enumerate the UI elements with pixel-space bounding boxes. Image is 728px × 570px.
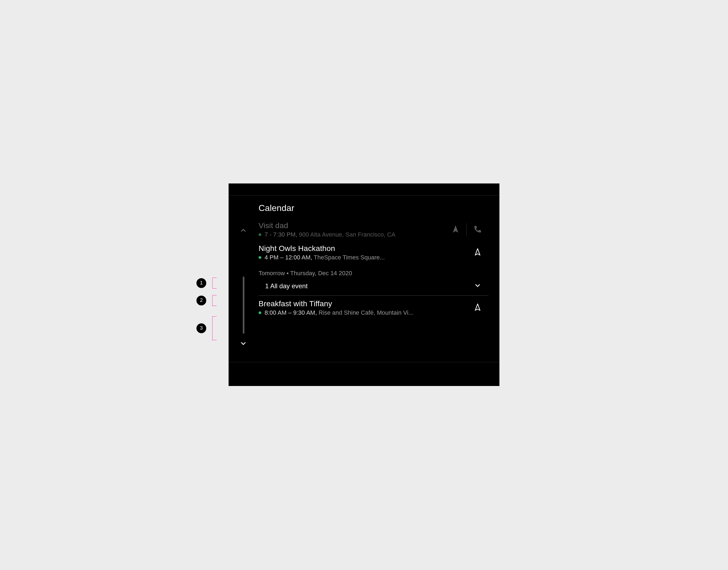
event-subtitle: 7 - 7:30 PM, 900 Alta Avenue, San Franci… <box>258 231 444 238</box>
calendar-color-dot <box>258 256 261 259</box>
event-time: 8:00 AM – 9:30 AM, <box>264 309 317 316</box>
event-actions <box>444 223 489 237</box>
scroll-column <box>229 196 258 362</box>
event-title: Night Owls Hackathon <box>258 244 467 253</box>
event-info: Visit dad 7 - 7:30 PM, 900 Alta Avenue, … <box>258 221 444 238</box>
event-time: 4 PM – 12:00 AM, <box>264 254 312 261</box>
event-subtitle: 8:00 AM – 9:30 AM, Rise and Shine Café, … <box>258 309 467 316</box>
event-actions <box>467 301 489 315</box>
day-section-header: Tomorrow • Thursday, Dec 14 2020 <box>258 270 489 277</box>
navigate-button[interactable] <box>467 301 489 315</box>
calendar-color-dot <box>258 233 261 236</box>
navigation-icon <box>474 303 482 312</box>
call-button[interactable] <box>467 223 489 237</box>
scrollbar-track[interactable] <box>243 277 244 334</box>
event-time: 7 - 7:30 PM, <box>264 231 297 238</box>
chevron-down-icon <box>474 282 482 290</box>
page-title: Calendar <box>258 203 489 213</box>
calendar-list: Calendar Visit dad 7 - 7:30 PM, 900 Alta… <box>258 196 499 362</box>
calendar-event[interactable]: Night Owls Hackathon 4 PM – 12:00 AM, Th… <box>258 244 489 261</box>
event-actions <box>467 246 489 260</box>
event-info: Breakfast with Tiffany 8:00 AM – 9:30 AM… <box>258 299 467 316</box>
navigation-icon <box>451 225 460 234</box>
annotation-bracket <box>212 295 217 306</box>
phone-icon <box>474 225 482 234</box>
calendar-event-past[interactable]: Visit dad 7 - 7:30 PM, 900 Alta Avenue, … <box>258 221 489 238</box>
annotation-badge: 2 <box>196 296 206 305</box>
annotation-bracket <box>212 316 217 340</box>
status-bar <box>229 184 499 196</box>
navigation-icon <box>474 248 482 257</box>
device-frame: Calendar Visit dad 7 - 7:30 PM, 900 Alta… <box>229 184 499 386</box>
event-title: Visit dad <box>258 221 444 230</box>
nav-bar <box>229 362 499 386</box>
annotation-badge: 1 <box>196 278 206 288</box>
navigate-button[interactable] <box>444 223 467 237</box>
annotation-1: 1 <box>196 278 217 289</box>
event-title: Breakfast with Tiffany <box>258 299 467 308</box>
annotation-badge: 3 <box>196 323 206 333</box>
chevron-down-icon <box>239 340 247 348</box>
scroll-up-button[interactable] <box>238 226 248 236</box>
annotation-bracket <box>212 278 217 289</box>
expand-button[interactable] <box>467 282 489 290</box>
annotation-2: 2 <box>196 295 217 306</box>
navigate-button[interactable] <box>467 246 489 260</box>
event-info: Night Owls Hackathon 4 PM – 12:00 AM, Th… <box>258 244 467 261</box>
calendar-event[interactable]: Breakfast with Tiffany 8:00 AM – 9:30 AM… <box>258 299 489 316</box>
content-area: Calendar Visit dad 7 - 7:30 PM, 900 Alta… <box>229 196 499 362</box>
all-day-events-row[interactable]: 1 All day event <box>258 282 489 296</box>
chevron-up-icon <box>239 227 247 235</box>
all-day-label: 1 All day event <box>258 282 467 290</box>
event-location: Rise and Shine Café, Mountain Vi... <box>319 309 413 316</box>
event-location: 900 Alta Avenue, San Francisco, CA <box>299 231 395 238</box>
scroll-down-button[interactable] <box>238 339 248 349</box>
event-location: TheSpace Times Square... <box>314 254 385 261</box>
calendar-color-dot <box>258 311 261 314</box>
annotation-3: 3 <box>196 316 217 340</box>
event-subtitle: 4 PM – 12:00 AM, TheSpace Times Square..… <box>258 254 467 261</box>
